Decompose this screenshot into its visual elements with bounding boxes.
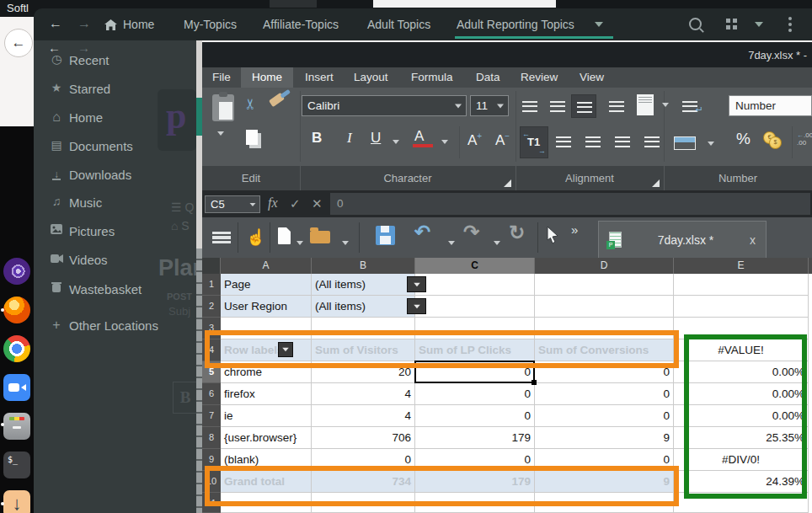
underline-dropdown-icon[interactable]: [393, 140, 399, 144]
empty-cell[interactable]: [415, 274, 535, 296]
row-header[interactable]: 8: [202, 427, 221, 449]
cell-b2[interactable]: (All items): [312, 296, 415, 318]
cell-a8[interactable]: {user.browser}: [221, 427, 312, 449]
menu-home[interactable]: Home: [241, 67, 293, 88]
dock-icon-firefox[interactable]: [3, 297, 30, 323]
font-size-select[interactable]: 11: [470, 95, 509, 116]
nav-item-adult-reporting-topics[interactable]: Adult Reporting Topics: [457, 18, 574, 31]
align-left-icon[interactable]: [556, 136, 571, 147]
paste-dropdown-icon[interactable]: [217, 131, 224, 136]
dock-icon-terminal[interactable]: $_: [3, 452, 30, 478]
underline-button[interactable]: U: [371, 130, 381, 147]
cell-b7[interactable]: 4: [312, 405, 415, 427]
empty-cell[interactable]: [535, 296, 674, 318]
menu-data[interactable]: Data: [476, 71, 500, 83]
format-painter-button[interactable]: [269, 93, 285, 107]
align-top-icon[interactable]: [522, 101, 537, 112]
font-color-dropdown-icon[interactable]: [441, 140, 448, 144]
cell-d8[interactable]: 9: [535, 427, 674, 449]
nav-back-button[interactable]: ←: [49, 16, 62, 31]
chevron-down-icon[interactable]: [595, 22, 603, 27]
col-header-d[interactable]: D: [535, 258, 674, 274]
cell-a2[interactable]: User Region: [221, 296, 312, 318]
cell-a6[interactable]: firefox: [221, 383, 312, 405]
cell-a7[interactable]: ie: [221, 405, 312, 427]
kebab-menu-icon[interactable]: [788, 17, 792, 20]
save-button[interactable]: [376, 226, 395, 245]
col-header-a[interactable]: A: [221, 258, 312, 274]
percent-style-button[interactable]: %: [736, 130, 751, 148]
row-header[interactable]: 1: [202, 274, 221, 296]
text-orientation-button[interactable]: ← T1 →: [520, 126, 548, 158]
undo-button[interactable]: ↶: [414, 221, 430, 243]
empty-cell[interactable]: [674, 274, 809, 296]
insert-function-button[interactable]: fx: [268, 195, 278, 211]
select-cursor-icon[interactable]: [546, 226, 561, 247]
new-document-button[interactable]: [278, 227, 291, 244]
cancel-entry-button[interactable]: ✕: [312, 196, 323, 211]
more-tools-icon[interactable]: »: [571, 222, 578, 237]
cell-c7[interactable]: 0: [415, 405, 535, 427]
font-color-button[interactable]: A: [414, 128, 424, 145]
apps-grid-icon[interactable]: [726, 19, 730, 23]
nav-item-home[interactable]: Home: [123, 18, 154, 31]
cell-b1[interactable]: (All items): [312, 274, 415, 296]
nav-item-my-topics[interactable]: My-Topics: [184, 18, 237, 31]
menu-layout[interactable]: Layout: [354, 71, 388, 83]
grow-font-button[interactable]: A+: [467, 131, 482, 149]
dock-icon-tor-browser[interactable]: [3, 258, 30, 285]
align-justify-icon[interactable]: [644, 136, 660, 147]
nav-forward-button[interactable]: →: [77, 16, 91, 31]
merge-cells-icon[interactable]: [674, 136, 696, 150]
cell-d6[interactable]: 0: [535, 383, 674, 405]
italic-button[interactable]: I: [347, 130, 352, 147]
cell-c8[interactable]: 179: [415, 427, 535, 449]
nav-item-affiliate-topics[interactable]: Affiliate-Topics: [263, 18, 339, 31]
wrap-text-icon[interactable]: ↵: [682, 101, 697, 112]
expand-group-icon[interactable]: [504, 179, 511, 187]
search-icon[interactable]: [689, 18, 702, 30]
font-name-select[interactable]: Calibri: [302, 95, 467, 116]
select-all-corner[interactable]: [202, 258, 221, 274]
new-dropdown-icon[interactable]: [296, 241, 303, 245]
chevron-down-icon[interactable]: [755, 22, 763, 27]
menu-file[interactable]: File: [212, 71, 231, 83]
open-file-button[interactable]: [310, 231, 330, 243]
align-right-icon[interactable]: [615, 136, 630, 147]
menu-view[interactable]: View: [580, 71, 604, 83]
cut-button[interactable]: ✂: [242, 98, 259, 110]
cell-b6[interactable]: 4: [312, 383, 415, 405]
cell-d7[interactable]: 0: [535, 405, 674, 427]
number-format-select[interactable]: Number: [729, 95, 812, 116]
paste-button[interactable]: [212, 94, 234, 121]
dock-icon-zoom[interactable]: [3, 374, 30, 401]
dock-icon-archive-manager[interactable]: [3, 413, 30, 440]
sidebar-item-other-locations[interactable]: + Other Locations: [34, 317, 196, 339]
dock-icon-chrome[interactable]: [3, 335, 30, 362]
empty-cell[interactable]: [674, 296, 809, 318]
menu-review[interactable]: Review: [521, 71, 558, 83]
align-bottom-button[interactable]: [571, 94, 596, 118]
formula-input[interactable]: 0: [330, 193, 810, 215]
open-dropdown-icon[interactable]: [342, 241, 349, 245]
undo-dropdown-icon[interactable]: [448, 241, 455, 245]
filter-dropdown-b1[interactable]: [407, 276, 426, 292]
copy-button[interactable]: [246, 130, 258, 145]
nav-item-adult-topics[interactable]: Adult Topics: [367, 18, 430, 31]
col-header-c[interactable]: C: [415, 258, 535, 274]
bold-button[interactable]: B: [312, 130, 322, 147]
dock-icon-downloads-app[interactable]: ↓: [3, 490, 30, 513]
row-header[interactable]: 2: [202, 296, 221, 318]
sidebar-item-recent[interactable]: ◷ Recent: [34, 51, 196, 73]
shrink-font-button[interactable]: A−: [495, 131, 510, 149]
redo-button[interactable]: ↷: [463, 221, 479, 243]
col-header-e[interactable]: E: [674, 258, 809, 274]
justify-distributed-icon[interactable]: [609, 101, 624, 112]
main-menu-icon[interactable]: [212, 232, 231, 243]
align-middle-icon[interactable]: [550, 101, 565, 112]
confirm-entry-button[interactable]: ✓: [290, 196, 301, 211]
hand-tool-icon[interactable]: ☝: [246, 227, 266, 247]
redo-dropdown-icon[interactable]: [494, 241, 500, 245]
sidebar-item-downloads[interactable]: ↓ Downloads: [34, 166, 196, 188]
cell-b8[interactable]: 706: [312, 427, 415, 449]
